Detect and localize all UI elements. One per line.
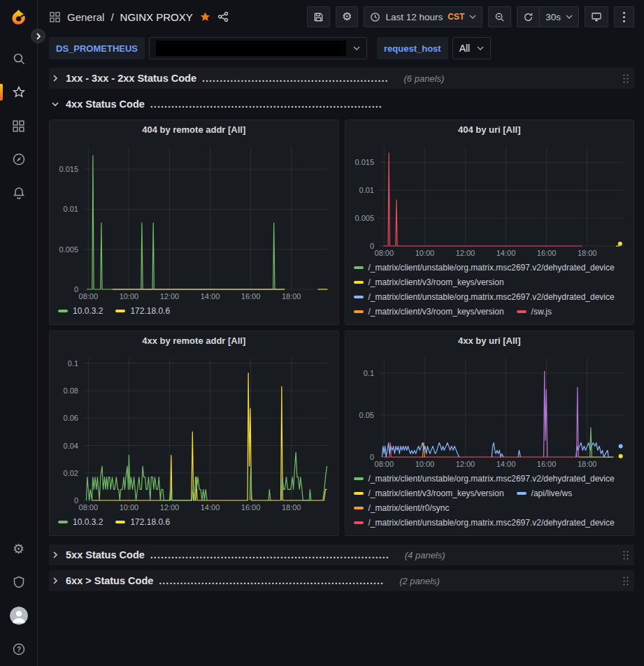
time-series-chart[interactable]: 00.050.108:0010:0012:0014:0016:0018:00 — [351, 351, 629, 470]
breadcrumb-folder[interactable]: General — [67, 11, 104, 23]
request-host-variable: request_host All — [377, 37, 491, 59]
legend-item[interactable]: /api/live/ws — [517, 486, 573, 500]
legend-item[interactable]: /_matrix/client/r0/sync — [354, 500, 450, 515]
legend-item[interactable]: /sw.js — [517, 304, 552, 319]
panel-title[interactable]: 4xx by remote addr [All] — [50, 331, 338, 351]
cycle-view-mode-button[interactable] — [585, 6, 608, 27]
svg-text:?: ? — [16, 646, 20, 653]
share-icon[interactable] — [217, 11, 229, 22]
row-drag-handle[interactable] — [622, 576, 629, 586]
sidebar-nav: ⚙ ? — [0, 0, 38, 666]
row-title: 4xx Status Code — [66, 99, 145, 110]
legend-item[interactable]: /_matrix/client/unstable/org.matrix.msc2… — [354, 515, 615, 530]
shield-icon — [12, 575, 26, 589]
svg-text:0.04: 0.04 — [64, 442, 78, 450]
refresh-button[interactable] — [517, 6, 540, 27]
svg-text:08:00: 08:00 — [374, 460, 394, 468]
favorite-star-icon[interactable] — [199, 11, 211, 23]
row-drag-handle[interactable] — [622, 550, 629, 560]
legend-item[interactable]: /_matrix/client/v3/room_keys/version — [354, 275, 504, 289]
grafana-logo[interactable] — [0, 0, 37, 35]
legend-item[interactable]: /_matrix/client/v3/room_keys/version — [354, 486, 504, 500]
panel-404-by-uri: 404 by uri [All] 00.0050.010.01508:0010:… — [345, 120, 635, 325]
sidebar-item-help[interactable]: ? — [0, 632, 37, 666]
breadcrumb: General / NGINX PROXY — [49, 11, 229, 23]
sidebar-item-profile[interactable] — [0, 599, 37, 632]
panel-title[interactable]: 4xx by uri [All] — [345, 331, 634, 351]
legend-item[interactable]: /_matrix/client/v3/room_keys/version — [354, 304, 504, 319]
legend-item[interactable]: 10.0.3.2 — [58, 514, 103, 529]
datasource-variable-label[interactable]: DS_PROMETHEUS — [49, 37, 145, 59]
dashboards-grid-icon — [12, 120, 25, 133]
legend-item[interactable]: 172.18.0.6 — [115, 303, 170, 318]
panel-title[interactable]: 404 by uri [All] — [345, 120, 634, 140]
timezone-label: CST — [448, 12, 464, 22]
legend-series-label: /_matrix/client/r0/sync — [368, 503, 450, 513]
time-range-picker[interactable]: Last 12 hours CST — [364, 6, 482, 27]
chevron-right-icon — [50, 577, 60, 584]
legend-series-swatch — [58, 310, 68, 312]
gear-icon: ⚙ — [13, 542, 24, 556]
bell-icon — [12, 186, 26, 200]
time-series-chart[interactable]: 00.0050.010.01508:0010:0012:0014:0016:00… — [55, 140, 334, 302]
chevron-down-icon — [469, 15, 476, 19]
request-host-variable-label[interactable]: request_host — [377, 37, 448, 59]
svg-text:0: 0 — [74, 285, 78, 294]
legend-series-label: 172.18.0.6 — [130, 306, 170, 316]
row-title: 6xx > Status Code — [66, 575, 153, 586]
svg-text:0.01: 0.01 — [64, 205, 78, 213]
save-icon — [313, 12, 324, 22]
dashboard-settings-button[interactable]: ⚙ — [336, 6, 358, 27]
time-series-chart[interactable]: 00.020.040.060.080.108:0010:0012:0014:00… — [55, 351, 334, 513]
sidebar-item-starred[interactable] — [0, 75, 37, 109]
sidebar-item-search[interactable] — [0, 42, 37, 75]
panel-grid-row-2: 4xx by remote addr [All] 00.020.040.060.… — [49, 331, 634, 536]
dashboard-row-4xx[interactable]: 4xx Status Code ........................… — [49, 94, 634, 115]
legend-item[interactable]: 172.18.0.6 — [115, 514, 170, 529]
save-dashboard-button[interactable] — [307, 6, 330, 27]
dashboard-row-5xx[interactable]: 5xx Status Code ........................… — [49, 544, 634, 565]
legend-series-swatch — [115, 521, 125, 523]
dashboard-row-6xx[interactable]: 6xx > Status Code ......................… — [49, 570, 634, 591]
svg-text:16:00: 16:00 — [536, 460, 556, 468]
time-series-chart[interactable]: 00.0050.010.01508:0010:0012:0014:0016:00… — [351, 140, 629, 259]
svg-text:12:00: 12:00 — [455, 249, 475, 257]
row-title-leader-dots: ........................................… — [159, 575, 384, 586]
svg-text:14:00: 14:00 — [201, 292, 220, 301]
legend-series-swatch — [354, 310, 364, 313]
sidebar-item-alerting[interactable] — [0, 176, 37, 210]
datasource-variable-picker[interactable] — [149, 37, 367, 59]
more-options-button[interactable] — [614, 6, 634, 27]
svg-text:18:00: 18:00 — [577, 460, 596, 468]
svg-text:14:00: 14:00 — [201, 503, 220, 512]
legend-item[interactable]: /_matrix/client/unstable/org.matrix.msc2… — [354, 289, 615, 304]
svg-text:10:00: 10:00 — [415, 460, 434, 468]
svg-text:16:00: 16:00 — [241, 503, 261, 512]
legend-series-label: 10.0.3.2 — [73, 517, 103, 527]
datasource-variable: DS_PROMETHEUS — [49, 37, 367, 59]
legend-item[interactable]: /_matrix/client/unstable/org.matrix.msc2… — [354, 471, 615, 486]
dashboard-row-1xx-3xx-2xx[interactable]: 1xx - 3xx - 2xx Status Code ............… — [49, 68, 634, 89]
legend-item[interactable]: /_matrix/client/unstable/org.matrix.msc2… — [354, 260, 615, 275]
request-host-variable-picker[interactable]: All — [452, 37, 492, 59]
svg-text:16:00: 16:00 — [241, 292, 261, 301]
panel-legend: /_matrix/client/unstable/org.matrix.msc2… — [345, 259, 634, 320]
sidebar-item-dashboards[interactable] — [0, 109, 37, 143]
row-panel-count: (4 panels) — [405, 550, 445, 560]
sidebar-item-explore[interactable] — [0, 143, 37, 176]
sidebar-item-configuration[interactable]: ⚙ — [0, 532, 37, 565]
svg-text:0.015: 0.015 — [355, 158, 374, 166]
refresh-interval-picker[interactable]: 30s — [540, 6, 579, 27]
svg-text:14:00: 14:00 — [496, 460, 515, 468]
clock-icon — [370, 12, 380, 22]
panel-title[interactable]: 404 by remote addr [All] — [50, 120, 338, 140]
legend-series-swatch — [354, 281, 364, 284]
legend-item[interactable]: 10.0.3.2 — [58, 303, 103, 318]
row-drag-handle[interactable] — [622, 73, 629, 83]
dashboard-title[interactable]: NGINX PROXY — [120, 11, 193, 23]
zoom-out-time-button[interactable] — [488, 6, 511, 27]
chevron-right-icon — [50, 551, 60, 558]
sidebar-expand-button[interactable] — [31, 29, 45, 43]
sidebar-item-server-admin[interactable] — [0, 565, 37, 599]
legend-series-swatch — [354, 492, 364, 495]
